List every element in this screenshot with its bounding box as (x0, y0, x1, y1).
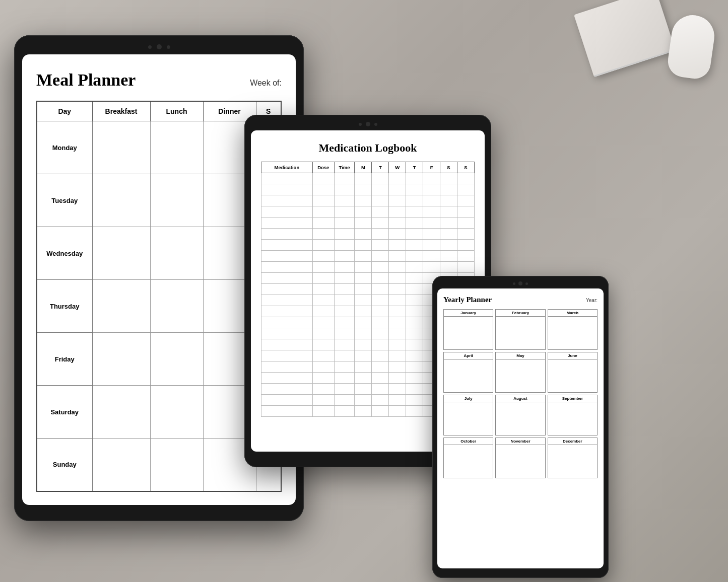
med-cell (372, 361, 389, 373)
med-cell (406, 184, 423, 195)
month-march-content (548, 317, 597, 349)
med-col-time: Time (334, 162, 355, 173)
med-cell (372, 395, 389, 406)
med-cell (334, 295, 355, 306)
med-cell (406, 373, 423, 384)
day-friday: Friday (37, 333, 92, 386)
med-cell (389, 384, 406, 395)
month-november: November (495, 438, 545, 478)
med-cell (389, 295, 406, 306)
med-cell (355, 317, 372, 328)
camera-dot-m (366, 122, 370, 126)
med-cell (440, 229, 457, 240)
med-cell (312, 384, 334, 395)
med-cell (312, 406, 334, 417)
med-cell (423, 240, 440, 251)
med-cell (334, 206, 355, 217)
med-cell (389, 339, 406, 350)
med-cell (355, 350, 372, 361)
med-cell (372, 284, 389, 295)
med-cell (355, 339, 372, 350)
med-cell (355, 184, 372, 195)
meal-cell (92, 439, 150, 491)
med-cell (440, 195, 457, 206)
med-cell (423, 217, 440, 229)
med-cell (355, 373, 372, 384)
col-day: Day (37, 101, 92, 121)
med-cell (406, 251, 423, 262)
med-cell (312, 217, 334, 229)
med-cell (389, 251, 406, 262)
table-row (261, 262, 475, 273)
meal-cell (150, 280, 203, 333)
med-cell (312, 284, 334, 295)
month-august: August (495, 395, 545, 435)
camera-dot-yr (525, 282, 528, 285)
med-cell (372, 229, 389, 240)
med-cell (406, 328, 423, 339)
med-cell (423, 229, 440, 240)
med-cell (334, 273, 355, 284)
med-cell (440, 251, 457, 262)
med-cell (334, 195, 355, 206)
med-cell (312, 373, 334, 384)
tablet-meal-planner-camera-bar (22, 44, 296, 49)
med-cell (389, 350, 406, 361)
med-cell (372, 251, 389, 262)
month-march-label: March (548, 310, 597, 317)
meal-cell (92, 121, 150, 174)
month-july-content (444, 402, 493, 435)
med-cell (406, 262, 423, 273)
med-cell (406, 217, 423, 229)
camera-dot-l (359, 123, 362, 126)
med-cell (334, 217, 355, 229)
month-september-content (548, 402, 597, 435)
med-cell (372, 217, 389, 229)
med-cell (457, 251, 474, 262)
med-cell (261, 184, 313, 195)
med-cell (334, 251, 355, 262)
med-cell (389, 229, 406, 240)
table-row (261, 173, 475, 184)
month-september-label: September (548, 395, 597, 402)
med-cell (406, 384, 423, 395)
med-cell (261, 284, 313, 295)
med-cell (312, 240, 334, 251)
yearly-planner-title: Yearly Planner (443, 296, 492, 304)
med-cell (261, 251, 313, 262)
med-cell (372, 195, 389, 206)
med-cell (372, 328, 389, 339)
med-cell (312, 339, 334, 350)
med-cell (312, 173, 334, 184)
med-cell (457, 173, 474, 184)
med-cell (457, 240, 474, 251)
med-cell (355, 284, 372, 295)
med-cell (261, 273, 313, 284)
med-cell (372, 317, 389, 328)
med-cell (355, 406, 372, 417)
med-cell (389, 406, 406, 417)
month-april: April (443, 352, 493, 393)
med-cell (355, 395, 372, 406)
month-november-content (496, 445, 545, 478)
med-cell (261, 373, 313, 384)
med-cell (312, 229, 334, 240)
month-june-label: June (548, 352, 597, 359)
med-cell (406, 273, 423, 284)
med-cell (261, 195, 313, 206)
month-june: June (548, 352, 598, 393)
med-cell (334, 306, 355, 317)
med-cell (261, 306, 313, 317)
meal-planner-header: Meal Planner Week of: (36, 70, 282, 90)
table-row (261, 184, 475, 195)
meal-cell (92, 174, 150, 227)
med-cell (261, 206, 313, 217)
med-col-t2: T (406, 162, 423, 173)
med-cell (372, 339, 389, 350)
month-may-label: May (496, 352, 545, 359)
med-cell (355, 240, 372, 251)
med-cell (312, 195, 334, 206)
day-wednesday: Wednesday (37, 227, 92, 280)
med-cell (372, 240, 389, 251)
meal-cell (92, 280, 150, 333)
